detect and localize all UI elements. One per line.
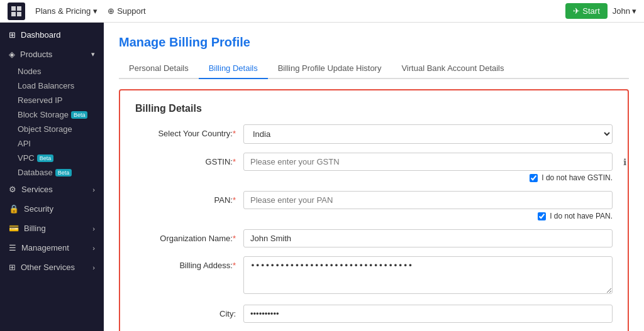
billing-icon: 💳 [9,224,19,233]
sidebar-item-security[interactable]: 🔒 Security [0,199,104,219]
top-nav: Plans & Pricing ▾ ⊕ Support ✈ Start John… [0,0,644,23]
org-name-row: Organization Name:* John Smith [135,229,613,247]
sidebar-item-management[interactable]: ☰ Management › [0,238,104,258]
no-gstin-checkbox[interactable] [530,174,538,182]
city-control [243,305,613,323]
tab-billing-details[interactable]: Billing Details [199,58,268,79]
country-label: Select Your Country:* [135,124,236,138]
city-input[interactable] [243,305,613,323]
sidebar-item-services[interactable]: ⚙ Services › [0,180,104,199]
services-icon: ⚙ [9,185,16,194]
billing-address-label: Billing Addess:* [135,256,236,270]
billing-chevron-icon: › [92,225,95,232]
gstin-input-wrap: ℹ [243,153,613,171]
org-name-input[interactable]: John Smith [243,229,613,247]
billing-address-row: Billing Addess:* •••••••••••••••••••••••… [135,256,613,296]
sidebar-sub-vpc[interactable]: VPC Beta [0,151,104,165]
plans-chevron-icon: ▾ [93,6,97,16]
billing-details-title: Billing Details [135,103,613,114]
sidebar-item-other-services[interactable]: ⊞ Other Services › [0,258,104,277]
support-label: Support [117,6,146,16]
products-icon: ◈ [9,50,15,59]
management-icon: ☰ [9,243,16,252]
sidebar: ⊞ Dashboard ◈ Products ▾ Nodes Load Bala… [0,23,104,331]
user-label: John [613,6,630,16]
country-row: Select Your Country:* India United State… [135,124,613,144]
other-services-icon: ⊞ [9,263,16,272]
billing-address-control: ••••••••••••••••••••••••••••••••• [243,256,613,296]
content-area: Manage Billing Profile Personal Details … [104,23,644,331]
gstin-input[interactable] [243,153,613,171]
sidebar-sub-block-storage[interactable]: Block Storage Beta [0,107,104,122]
start-button[interactable]: ✈ Start [565,3,607,19]
sidebar-security-label: Security [24,204,53,214]
products-chevron-icon: ▾ [91,50,95,58]
user-chevron-icon: ▾ [632,6,636,16]
top-nav-right: ✈ Start John ▾ [565,3,636,19]
svg-rect-1 [17,6,21,11]
plans-label: Plans & Pricing [35,6,91,16]
sidebar-sub-api[interactable]: API [0,136,104,151]
sidebar-services-label: Services [21,185,53,194]
gstin-control: ℹ I do not have GSTIN. [243,153,613,182]
country-control: India United States United Kingdom Austr… [243,124,613,144]
pan-input[interactable] [243,191,613,209]
no-pan-checkbox[interactable] [538,212,546,220]
sidebar-sub-nodes[interactable]: Nodes [0,64,104,79]
main-layout: ⊞ Dashboard ◈ Products ▾ Nodes Load Bala… [0,23,644,331]
page-title: Manage Billing Profile [119,35,629,50]
city-row: City: [135,305,613,323]
other-services-chevron-icon: › [92,264,95,271]
logo [8,3,25,20]
user-menu[interactable]: John ▾ [613,6,636,16]
org-name-label: Organization Name:* [135,229,236,243]
sidebar-other-services-label: Other Services [21,263,75,272]
security-icon: 🔒 [9,204,19,214]
management-chevron-icon: › [92,244,95,252]
info-icon[interactable]: ℹ [623,157,626,167]
billing-address-input[interactable]: ••••••••••••••••••••••••••••••••• [243,256,613,294]
services-chevron-icon: › [92,186,95,193]
sidebar-management-label: Management [21,243,69,252]
no-pan-label: I do not have PAN. [550,212,613,220]
sidebar-sub-reserved-ip[interactable]: Reserved IP [0,93,104,107]
gstin-label: GSTIN:* [135,153,236,166]
tab-personal-details[interactable]: Personal Details [119,58,199,79]
svg-rect-3 [17,12,21,16]
org-name-control: John Smith [243,229,613,247]
sidebar-item-dashboard[interactable]: ⊞ Dashboard [0,25,104,45]
sidebar-sub-load-balancers[interactable]: Load Balancers [0,79,104,93]
country-select[interactable]: India United States United Kingdom Austr… [243,124,613,144]
sidebar-item-products[interactable]: ◈ Products ▾ [0,45,104,64]
sidebar-billing-label: Billing [24,224,46,233]
sidebar-products-label: Products [20,50,52,59]
tab-billing-profile-update-history[interactable]: Billing Profile Update History [268,58,392,79]
billing-details-box: Billing Details Select Your Country:* In… [119,89,629,331]
pan-row: PAN:* I do not have PAN. [135,191,613,220]
gstin-checkbox-row: I do not have GSTIN. [243,173,613,182]
sidebar-sub-database[interactable]: Database Beta [0,165,104,180]
support-icon: ⊕ [108,6,114,16]
city-label: City: [135,305,236,318]
plans-pricing-menu[interactable]: Plans & Pricing ▾ [35,6,97,16]
gstin-row: GSTIN:* ℹ I do not have GSTIN. [135,153,613,182]
sidebar-item-billing[interactable]: 💳 Billing › [0,219,104,238]
start-label: Start [582,6,599,16]
pan-label: PAN:* [135,191,236,205]
dashboard-icon: ⊞ [9,30,16,40]
no-gstin-label: I do not have GSTIN. [541,173,613,182]
sidebar-sub-object-storage[interactable]: Object Storage [0,122,104,136]
start-icon: ✈ [573,6,580,16]
pan-checkbox-row: I do not have PAN. [243,212,613,220]
svg-rect-0 [11,6,16,11]
support-menu[interactable]: ⊕ Support [108,6,146,16]
tab-virtual-bank-account-details[interactable]: Virtual Bank Account Details [391,58,514,79]
pan-control: I do not have PAN. [243,191,613,220]
svg-rect-2 [11,12,16,16]
sidebar-dashboard-label: Dashboard [21,30,61,40]
tabs: Personal Details Billing Details Billing… [119,58,629,79]
